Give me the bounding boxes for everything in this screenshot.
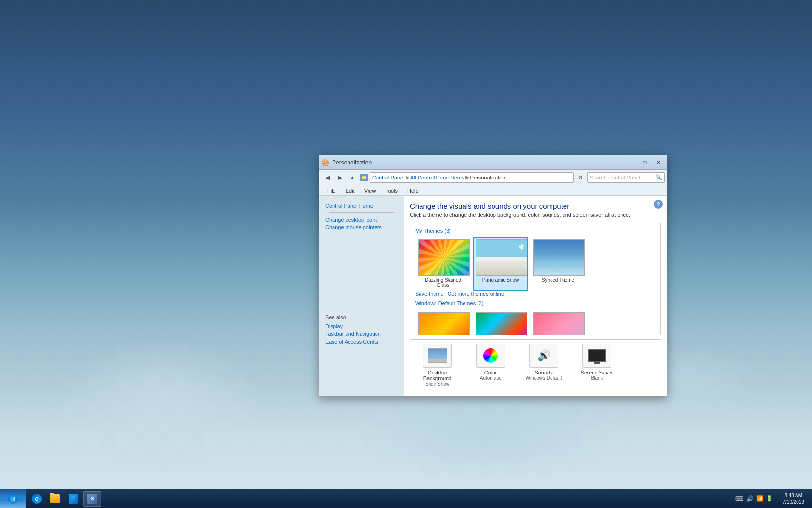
- refresh-button[interactable]: ↺: [575, 172, 586, 183]
- up-button[interactable]: ▲: [347, 172, 358, 183]
- maximize-button[interactable]: □: [638, 157, 651, 168]
- ie-icon: e: [32, 494, 42, 504]
- taskbar-store[interactable]: 🛒: [65, 491, 82, 507]
- taskbar-controlpanel[interactable]: ⚙: [83, 491, 102, 507]
- divider1: [329, 212, 394, 213]
- clock-time: 8:48 AM: [783, 493, 805, 499]
- window-title: Personalization: [332, 159, 625, 166]
- my-themes-grid: Dazzling Stained Glass Panoramic Snow: [413, 237, 657, 291]
- taskbar: ⊞ e 🛒 ⚙: [0, 489, 812, 508]
- display-link[interactable]: Display: [325, 322, 398, 330]
- theme-windows2-thumbnail: [476, 312, 527, 335]
- see-also-section: See also Display Taskbar and Navigation …: [319, 313, 404, 349]
- theme-windows2[interactable]: Windows: [473, 309, 528, 335]
- breadcrumb-sep2: ▶: [465, 174, 469, 180]
- theme-panoramic-thumbnail: [476, 239, 527, 276]
- breadcrumb-current: Personalization: [470, 175, 507, 180]
- address-bar: ◀ ▶ ▲ 📁 Control Panel ▶ All Control Pane…: [319, 170, 667, 185]
- personalization-window: 🎨 Personalization ─ □ ✕ ◀ ▶ ▲ 📁 Control …: [319, 155, 667, 397]
- themes-inner: My Themes (3) Dazzling Stained Glass: [410, 223, 660, 335]
- theme-synced[interactable]: Synced Theme: [530, 237, 586, 291]
- sounds-icon-box: 🔊: [529, 344, 558, 368]
- taskbar-ie[interactable]: e: [28, 491, 45, 507]
- search-placeholder: Search Control Panel: [590, 175, 655, 180]
- right-panel: ? Change the visuals and sounds on your …: [404, 196, 667, 396]
- change-desktop-icons-link[interactable]: Change desktop icons: [325, 216, 398, 224]
- taskbar-explorer[interactable]: [46, 491, 64, 507]
- taskbar-right: ⌨ 🔊 📶 🔋 8:48 AM 7/10/2019: [731, 493, 812, 505]
- cp-icon: ⚙: [87, 494, 97, 504]
- theme-panoramic[interactable]: Panoramic Snow: [473, 237, 528, 291]
- window-titlebar: 🎨 Personalization ─ □ ✕: [319, 155, 667, 170]
- store-icon: 🛒: [69, 494, 78, 504]
- desktop-bg-icon-box: [423, 344, 452, 368]
- screensaver-icon: [588, 349, 606, 362]
- control-panel-home-link[interactable]: Control Panel Home: [325, 202, 398, 209]
- themes-actions: Save theme Get more themes online: [413, 291, 657, 299]
- window-icon: 🎨: [321, 159, 329, 166]
- menu-file[interactable]: File: [323, 187, 340, 194]
- screensaver-label: Screen Saver: [581, 370, 613, 375]
- forward-button[interactable]: ▶: [334, 172, 346, 183]
- theme-dazzling-thumbnail: [418, 239, 470, 276]
- close-button[interactable]: ✕: [652, 157, 665, 168]
- color-label: Color: [484, 370, 497, 375]
- windows-themes-grid: Windows Windows Windows: [413, 309, 657, 335]
- taskbar-navigation-link[interactable]: Taskbar and Navigation: [325, 330, 398, 338]
- theme-panoramic-label: Panoramic Snow: [476, 277, 525, 283]
- sounds-sub: Windows Default: [525, 375, 562, 381]
- my-themes-title: My Themes (3): [413, 226, 657, 237]
- panel-subtitle: Click a theme to change the desktop back…: [410, 212, 661, 218]
- see-also-title: See also: [325, 314, 398, 320]
- window-body: Control Panel Home Change desktop icons …: [319, 196, 667, 396]
- breadcrumb-controlpanel[interactable]: Control Panel: [372, 175, 405, 180]
- taskbar-apps: e 🛒 ⚙: [26, 489, 103, 508]
- save-theme-link[interactable]: Save theme: [415, 291, 444, 297]
- volume-icon[interactable]: 🔊: [746, 495, 754, 502]
- desktop-background-action[interactable]: Desktop Background Slide Show: [416, 344, 459, 387]
- screensaver-icon-box: [582, 344, 611, 368]
- minimize-button[interactable]: ─: [625, 157, 638, 168]
- start-button[interactable]: ⊞: [0, 489, 26, 508]
- theme-dazzling-label: Dazzling Stained Glass: [418, 277, 468, 288]
- left-panel: Control Panel Home Change desktop icons …: [319, 196, 404, 396]
- sounds-action[interactable]: 🔊 Sounds Windows Default: [522, 344, 566, 387]
- battery-icon: 🔋: [766, 495, 773, 502]
- sounds-icon: 🔊: [537, 349, 551, 362]
- breadcrumb-bar: Control Panel ▶ All Control Panel Items …: [370, 172, 574, 183]
- bottom-actions: Desktop Background Slide Show Color Auto…: [410, 339, 661, 390]
- color-icon: [483, 348, 498, 363]
- help-button[interactable]: ?: [654, 200, 663, 209]
- theme-dazzling[interactable]: Dazzling Stained Glass: [415, 237, 471, 291]
- taskbar-clock[interactable]: 8:48 AM 7/10/2019: [779, 493, 809, 505]
- search-icon[interactable]: 🔍: [655, 174, 662, 180]
- menu-tools[interactable]: Tools: [381, 187, 402, 194]
- color-sub: Automatic: [480, 375, 501, 381]
- screensaver-sub: Blank: [591, 375, 603, 381]
- change-mouse-pointers-link[interactable]: Change mouse pointers: [325, 224, 398, 231]
- screensaver-action[interactable]: Screen Saver Blank: [575, 344, 619, 387]
- menu-view[interactable]: View: [361, 187, 380, 194]
- desktop-bg-sub: Slide Show: [425, 381, 450, 387]
- folder-icon: [50, 494, 60, 504]
- menu-help[interactable]: Help: [404, 187, 422, 194]
- breadcrumb-allitems[interactable]: All Control Panel Items: [410, 175, 464, 180]
- theme-windows3[interactable]: Windows: [530, 309, 586, 335]
- color-action[interactable]: Color Automatic: [469, 344, 512, 387]
- ease-access-link[interactable]: Ease of Access Center: [325, 338, 398, 345]
- right-content: ? Change the visuals and sounds on your …: [404, 196, 667, 396]
- theme-synced-thumbnail: [533, 239, 585, 276]
- nav-section: Control Panel Home Change desktop icons …: [319, 200, 404, 235]
- sounds-label: Sounds: [535, 370, 552, 375]
- network-icon: 📶: [756, 495, 763, 502]
- back-button[interactable]: ◀: [321, 172, 333, 183]
- get-more-link[interactable]: Get more themes online: [448, 291, 504, 297]
- keyboard-icon: ⌨: [735, 495, 743, 502]
- desktop: 🎨 Personalization ─ □ ✕ ◀ ▶ ▲ 📁 Control …: [0, 0, 812, 508]
- theme-windows1[interactable]: Windows: [415, 309, 471, 335]
- search-bar[interactable]: Search Control Panel 🔍: [587, 172, 665, 183]
- themes-scroll-area[interactable]: My Themes (3) Dazzling Stained Glass: [410, 223, 661, 335]
- color-icon-box: [476, 344, 505, 368]
- menu-edit[interactable]: Edit: [342, 187, 359, 194]
- desktop-bg-icon: [428, 348, 447, 363]
